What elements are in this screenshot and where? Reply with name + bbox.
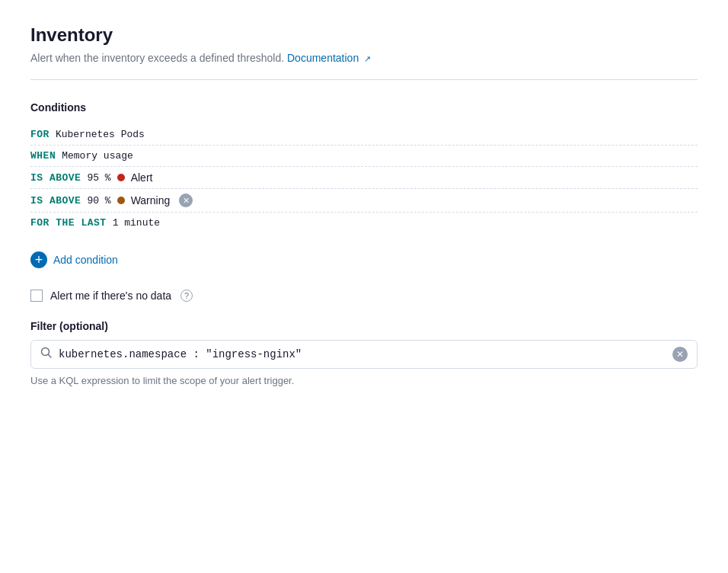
condition-value-95[interactable]: 95 % — [87, 172, 110, 184]
keyword-for-the-last[interactable]: FOR THE LAST — [30, 217, 107, 229]
subtitle-text: Alert when the inventory exceeds a defin… — [30, 52, 284, 64]
documentation-link[interactable]: Documentation ↗ — [287, 52, 371, 64]
search-icon — [40, 347, 53, 362]
keyword-is-above-2[interactable]: IS ABOVE — [30, 195, 81, 206]
filter-input-wrapper: ✕ — [30, 340, 698, 369]
keyword-when[interactable]: WHEN — [30, 150, 56, 162]
conditions-section: Conditions FOR Kubernetes Pods WHEN Memo… — [30, 101, 698, 233]
page-title: Inventory — [30, 24, 698, 46]
alert-label: Alert — [131, 171, 153, 184]
warning-dot — [117, 197, 125, 204]
no-data-label: Alert me if there's no data — [50, 290, 171, 302]
keyword-is-above-1[interactable]: IS ABOVE — [30, 172, 81, 184]
page-subtitle: Alert when the inventory exceeds a defin… — [30, 52, 698, 64]
condition-row-is-above-warning: IS ABOVE 90 % Warning ✕ — [30, 189, 698, 213]
clear-filter-button[interactable]: ✕ — [672, 347, 688, 362]
filter-input[interactable] — [59, 348, 666, 360]
condition-value-for[interactable]: Kubernetes Pods — [56, 129, 145, 140]
condition-value-duration[interactable]: 1 minute — [113, 217, 160, 229]
conditions-label: Conditions — [30, 101, 698, 114]
keyword-for[interactable]: FOR — [30, 129, 49, 140]
condition-value-90[interactable]: 90 % — [87, 195, 110, 206]
svg-line-1 — [49, 355, 52, 358]
add-condition-button[interactable]: + Add condition — [30, 251, 118, 268]
no-data-section: Alert me if there's no data ? — [30, 290, 698, 302]
condition-value-when[interactable]: Memory usage — [62, 150, 133, 162]
section-divider — [30, 79, 698, 80]
add-condition-label: Add condition — [53, 254, 118, 266]
warning-label: Warning — [131, 194, 171, 206]
condition-row-when: WHEN Memory usage — [30, 146, 698, 167]
add-icon: + — [30, 251, 47, 268]
help-icon[interactable]: ? — [180, 290, 193, 302]
condition-row-for-the-last: FOR THE LAST 1 minute — [30, 213, 698, 233]
alert-dot — [117, 174, 125, 181]
filter-section: Filter (optional) ✕ Use a KQL expression… — [30, 320, 698, 386]
condition-row-is-above-alert: IS ABOVE 95 % Alert — [30, 167, 698, 189]
filter-label: Filter (optional) — [30, 320, 698, 332]
external-link-icon: ↗ — [364, 54, 371, 64]
no-data-checkbox[interactable] — [30, 290, 43, 302]
condition-row-for: FOR Kubernetes Pods — [30, 124, 698, 146]
filter-hint: Use a KQL expression to limit the scope … — [30, 375, 698, 386]
remove-warning-button[interactable]: ✕ — [179, 194, 193, 207]
